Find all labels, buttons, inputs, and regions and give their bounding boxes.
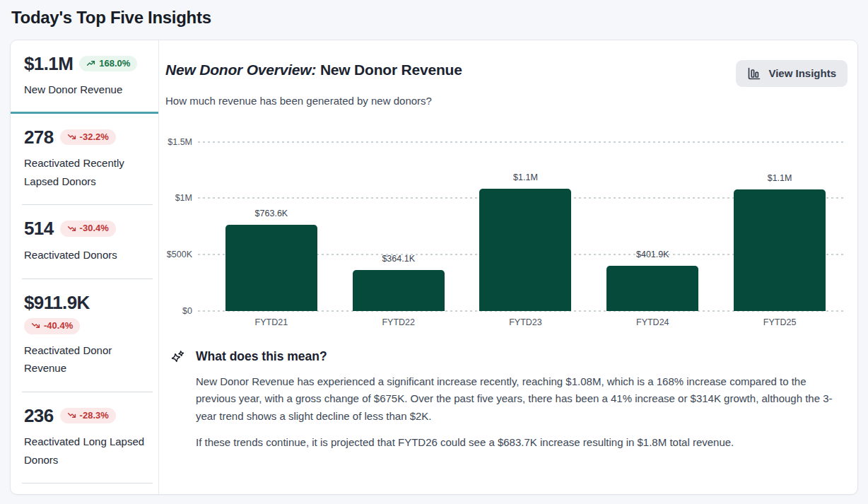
- bar-slot-FYTD24: $401.9KFYTD24: [589, 142, 716, 311]
- bar-slot-FYTD23: $1.1MFYTD23: [462, 142, 590, 311]
- trend-badge: -30.4%: [60, 221, 116, 237]
- trending-down-icon: [67, 224, 76, 233]
- bar-value-label: $364.1K: [382, 254, 415, 264]
- sidebar-metric-item-0[interactable]: $1.1M 168.0% New Donor Revenue: [11, 40, 158, 114]
- metric-value: 278: [24, 127, 54, 148]
- chart-title: New Donor Overview: New Donor Revenue: [165, 60, 462, 79]
- content-header: New Donor Overview: New Donor Revenue Vi…: [165, 60, 848, 87]
- x-axis-label: FYTD21: [255, 317, 288, 327]
- bar-slot-FYTD25: $1.1MFYTD25: [716, 142, 843, 311]
- trend-change-label: -32.2%: [80, 131, 109, 143]
- metric-value: $911.9K: [24, 293, 90, 313]
- bar-FYTD24[interactable]: [606, 266, 698, 311]
- bar-FYTD25[interactable]: [734, 189, 826, 311]
- trend-badge: -28.3%: [60, 408, 116, 424]
- y-axis-tick-label: $1.5M: [168, 137, 192, 147]
- insight-heading: What does this mean?: [196, 349, 848, 364]
- bar-slot-FYTD21: $763.6KFYTD21: [208, 142, 335, 311]
- y-axis-tick-label: $0: [182, 306, 192, 316]
- y-axis-tick-label: $1M: [175, 193, 192, 203]
- metric-value: 236: [24, 406, 54, 426]
- chart-title-main: New Donor Revenue: [320, 61, 462, 78]
- chart-title-prefix: New Donor Overview:: [165, 61, 316, 78]
- metrics-sidebar: $1.1M 168.0% New Donor Revenue 278: [11, 40, 159, 494]
- insight-paragraphs: New Donor Revenue has experienced a sign…: [196, 373, 848, 452]
- metric-head: 514 -30.4%: [24, 218, 147, 239]
- x-axis-label: FYTD24: [636, 317, 669, 327]
- trending-up-icon: [86, 59, 95, 68]
- metric-head: 236 -28.3%: [24, 406, 147, 426]
- sidebar-metric-item-1[interactable]: 278 -32.2% Reactivated Recently Lapsed D…: [11, 114, 158, 206]
- metric-head: 278 -32.2%: [24, 127, 147, 148]
- bar-value-label: $763.6K: [255, 209, 288, 218]
- bar-value-label: $1.1M: [768, 173, 792, 183]
- metric-label: Reactivated Donors: [24, 246, 147, 264]
- trend-badge: 168.0%: [79, 56, 137, 72]
- bar-value-label: $1.1M: [513, 172, 538, 182]
- trend-badge: -40.4%: [24, 318, 80, 334]
- insights-card: $1.1M 168.0% New Donor Revenue 278: [10, 40, 858, 495]
- metric-value: $1.1M: [24, 54, 73, 74]
- sparkles-icon: [170, 349, 186, 368]
- x-axis-label: FYTD23: [509, 317, 542, 327]
- revenue-bar-chart: $0$500K$1M$1.5M$763.6KFYTD21$364.1KFYTD2…: [165, 142, 848, 335]
- view-insights-label: View Insights: [768, 67, 836, 79]
- trending-down-icon: [67, 132, 76, 141]
- insight-paragraph: If these trends continue, it is projecte…: [196, 434, 848, 451]
- metric-label: New Donor Revenue: [24, 81, 147, 99]
- bar-FYTD22[interactable]: [353, 270, 445, 311]
- insight-detail-panel: New Donor Overview: New Donor Revenue Vi…: [159, 40, 857, 494]
- x-axis-label: FYTD25: [763, 317, 797, 327]
- trend-badge: -32.2%: [60, 129, 116, 146]
- bar-chart-icon: [747, 66, 761, 81]
- trend-change-label: -28.3%: [80, 410, 109, 421]
- x-axis-label: FYTD22: [382, 317, 415, 327]
- trending-down-icon: [31, 321, 40, 330]
- metric-label: Reactivated Long Lapsed Donors: [24, 433, 147, 469]
- chart-subtitle: How much revenue has been generated by n…: [165, 95, 848, 107]
- trend-change-label: -30.4%: [80, 223, 109, 234]
- trend-change-label: 168.0%: [99, 58, 130, 69]
- chart-plot: $0$500K$1M$1.5M$763.6KFYTD21$364.1KFYTD2…: [198, 142, 843, 311]
- bar-FYTD21[interactable]: [225, 225, 317, 311]
- trending-down-icon: [67, 411, 76, 420]
- sidebar-metric-item-3[interactable]: $911.9K -40.4% Reactivated Donor Revenue: [11, 279, 158, 392]
- sidebar-metric-item-2[interactable]: 514 -30.4% Reactivated Donors: [11, 205, 158, 279]
- metric-value: 514: [24, 218, 54, 239]
- page-title: Today's Top Five Insights: [0, 0, 868, 40]
- metric-label: Reactivated Donor Revenue: [24, 341, 147, 377]
- insight-paragraph: New Donor Revenue has experienced a sign…: [196, 373, 848, 425]
- trend-change-label: -40.4%: [44, 320, 73, 332]
- bar-row: $763.6KFYTD21$364.1KFYTD22$1.1MFYTD23$40…: [208, 142, 843, 311]
- metric-label: Reactivated Recently Lapsed Donors: [24, 154, 147, 190]
- y-axis-tick-label: $500K: [167, 250, 192, 259]
- insight-summary: What does this mean? New Donor Revenue h…: [165, 349, 848, 452]
- bar-FYTD23[interactable]: [479, 189, 571, 310]
- view-insights-button[interactable]: View Insights: [736, 60, 848, 87]
- bar-slot-FYTD22: $364.1KFYTD22: [335, 142, 462, 311]
- bar-value-label: $401.9K: [636, 250, 669, 259]
- sidebar-metric-item-4[interactable]: 236 -28.3% Reactivated Long Lapsed Donor…: [11, 392, 158, 484]
- metric-head: $911.9K -40.4%: [24, 293, 147, 334]
- metric-head: $1.1M 168.0%: [24, 54, 147, 74]
